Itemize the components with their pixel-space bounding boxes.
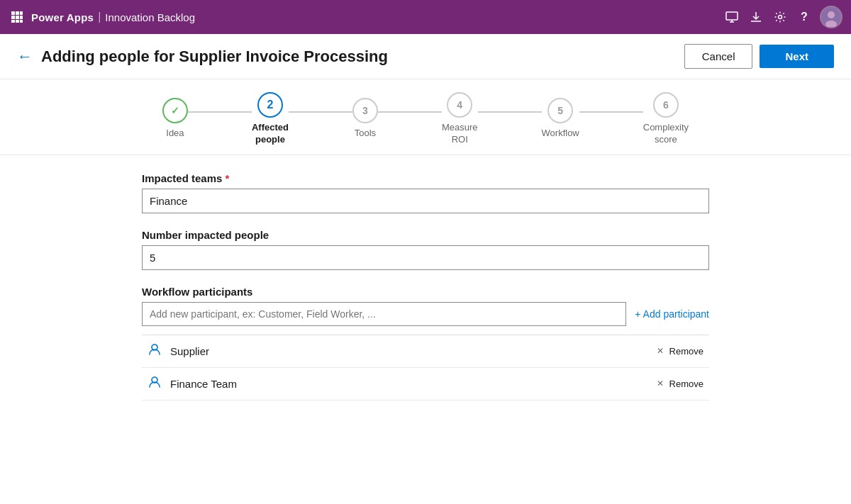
remove-x-icon: ✕	[657, 346, 664, 356]
app-name: Power Apps	[31, 11, 94, 23]
impacted-teams-label: Impacted teams*	[142, 172, 709, 184]
step-complexity-circle: 6	[653, 92, 679, 118]
person-icon	[148, 375, 162, 393]
screen-icon[interactable]	[721, 6, 743, 28]
svg-rect-9	[726, 12, 738, 20]
avatar[interactable]	[820, 6, 842, 28]
step-measure-roi: 4 MeasureROI	[442, 92, 478, 146]
number-impacted-input[interactable]	[142, 245, 709, 270]
grid-icon[interactable]	[9, 9, 26, 26]
svg-rect-6	[11, 20, 15, 23]
svg-rect-3	[11, 16, 15, 19]
remove-finance-team-button[interactable]: ✕ Remove	[657, 379, 703, 389]
step-affected-people: 2 Affectedpeople	[252, 92, 289, 146]
person-icon	[148, 342, 162, 360]
required-star: *	[225, 172, 229, 184]
svg-rect-5	[20, 16, 23, 19]
step-workflow-label: Workflow	[542, 128, 579, 140]
step-idea: ✓ Idea	[162, 98, 188, 140]
step-affected-circle: 2	[257, 92, 283, 118]
connector-2-3	[289, 111, 352, 113]
step-workflow: 5 Workflow	[542, 98, 579, 140]
connector-1-2	[188, 111, 252, 113]
svg-rect-0	[11, 11, 15, 15]
participant-input-row: + Add participant	[142, 302, 709, 326]
main-content: Impacted teams* Number impacted people W…	[0, 155, 851, 433]
participant-name: Finance Team	[170, 378, 657, 390]
svg-point-13	[779, 16, 782, 19]
page-name: Innovation Backlog	[105, 11, 195, 23]
svg-rect-1	[16, 11, 19, 15]
participant-list: Supplier ✕ Remove Finance Team ✕ Remov	[142, 335, 709, 401]
back-button[interactable]: ←	[17, 47, 33, 66]
download-icon[interactable]	[745, 6, 767, 28]
step-complexity-score: 6 Complexityscore	[643, 92, 689, 146]
next-button[interactable]: Next	[760, 45, 834, 68]
workflow-participants-group: Workflow participants + Add participant …	[142, 286, 709, 401]
cancel-button[interactable]: Cancel	[684, 44, 753, 69]
impacted-teams-input[interactable]	[142, 189, 709, 213]
step-workflow-circle: 5	[547, 98, 573, 123]
connector-4-5	[478, 111, 542, 113]
step-idea-circle: ✓	[162, 98, 188, 123]
avatar-initials	[820, 6, 842, 28]
participant-name: Supplier	[170, 345, 657, 357]
step-roi-circle: 4	[447, 92, 472, 118]
step-idea-label: Idea	[166, 128, 184, 140]
list-item: Supplier ✕ Remove	[142, 335, 709, 368]
remove-supplier-button[interactable]: ✕ Remove	[657, 346, 703, 357]
steps-bar: ✓ Idea 2 Affectedpeople 3 Tools 4 Measur…	[0, 79, 851, 155]
svg-rect-2	[20, 11, 23, 15]
step-tools: 3 Tools	[352, 98, 378, 140]
step-complexity-label: Complexityscore	[643, 122, 689, 146]
add-participant-button[interactable]: + Add participant	[635, 308, 709, 320]
page-header: ← Adding people for Supplier Invoice Pro…	[0, 34, 851, 79]
svg-rect-8	[20, 20, 23, 23]
help-icon[interactable]: ?	[793, 6, 816, 28]
page-title: Adding people for Supplier Invoice Proce…	[41, 47, 684, 66]
list-item: Finance Team ✕ Remove	[142, 368, 709, 401]
topbar: Power Apps | Innovation Backlog ?	[0, 0, 851, 34]
number-impacted-group: Number impacted people	[142, 229, 709, 270]
remove-x-icon: ✕	[657, 379, 664, 388]
topbar-separator: |	[98, 11, 101, 23]
svg-rect-7	[16, 20, 19, 23]
number-impacted-label: Number impacted people	[142, 229, 709, 241]
step-roi-label: MeasureROI	[442, 122, 478, 146]
impacted-teams-group: Impacted teams*	[142, 172, 709, 213]
step-tools-label: Tools	[355, 128, 376, 140]
connector-3-4	[378, 111, 442, 113]
settings-icon[interactable]	[769, 6, 791, 28]
workflow-participants-label: Workflow participants	[142, 286, 709, 298]
step-tools-circle: 3	[352, 98, 378, 123]
svg-point-15	[828, 11, 835, 18]
participant-input[interactable]	[142, 302, 626, 326]
step-affected-label: Affectedpeople	[252, 122, 289, 146]
connector-5-6	[579, 111, 643, 113]
svg-rect-4	[16, 16, 19, 19]
